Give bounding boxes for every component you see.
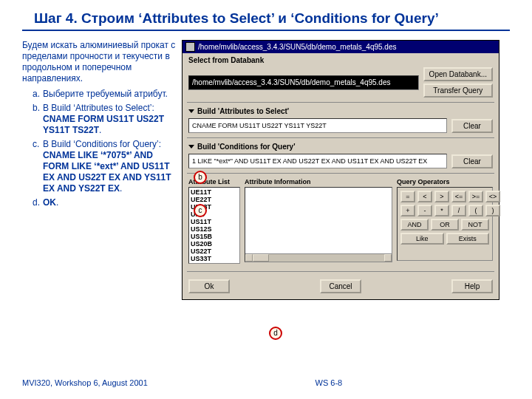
callout-b: b [194,171,207,184]
op-lt-button[interactable]: < [417,191,432,202]
build-attributes-header[interactable]: Build 'Attributes to Select' [183,106,499,117]
op-exists-button[interactable]: Exists [446,233,490,245]
window-title-text: /home/mvlib/access_3.4.3/SUN5/db/demo_me… [198,43,396,51]
step-c: c. В Build ‘Conditions for Query’: CNAME… [33,139,177,194]
op-lparen-button[interactable]: ( [468,205,483,216]
step-letter: a. [33,89,40,100]
databank-row: /home/mvlib/access_3.4.3/SUN5/db/demo_me… [183,66,499,99]
clear-attributes-button[interactable]: Clear [451,119,493,133]
open-databank-button[interactable]: Open Databank... [423,67,493,81]
op-and-button[interactable]: AND [400,219,429,231]
scroll-thumb[interactable] [253,254,269,262]
op-lte-button[interactable]: <= [451,191,466,202]
op-eq-button[interactable]: = [400,191,415,202]
build-conditions-label: Build 'Conditions for Query' [197,143,296,151]
callout-c: c [194,204,207,217]
list-item[interactable]: US33T [191,255,238,262]
scroll-right-icon[interactable] [384,254,392,262]
step-letter: c. [33,139,39,150]
conditions-for-query-field[interactable]: 1 LIKE "*ext*" AND US11T EX AND US22T EX… [188,154,447,168]
operators-grid: = < > <= >= <> + - * / ( ) [397,187,493,261]
clear-conditions-button[interactable]: Clear [451,154,493,168]
list-item[interactable]: UE11T [191,188,238,196]
list-item[interactable]: US11T [191,218,238,225]
step-b-lead: В Build ‘Attributes to Select’: [43,103,154,113]
list-item[interactable]: US15B [191,233,238,240]
op-not-button[interactable]: NOT [461,219,489,231]
step-a: a. Выберите требуемый атрибут. [33,89,177,100]
attribute-listbox[interactable]: UE11T UE22T UE33T UNS US11T US12S US15B … [188,187,240,264]
step-c-lead: В Build ‘Conditions for Query’: [43,139,161,149]
step-a-text: Выберите требуемый атрибут. [43,89,168,99]
separator [187,137,494,138]
attribute-info-box[interactable] [245,187,392,262]
body-area: Будем искать алюминиевый прокат с предел… [0,31,532,300]
window-titlebar: /home/mvlib/access_3.4.3/SUN5/db/demo_me… [183,41,499,53]
system-menu-icon[interactable] [185,42,195,52]
separator [187,271,494,272]
op-ne-button[interactable]: <> [485,191,500,202]
app-window: /home/mvlib/access_3.4.3/SUN5/db/demo_me… [182,40,499,300]
op-minus-button[interactable]: - [417,205,432,216]
chevron-down-icon [188,109,194,113]
query-operators-panel: Query Operators = < > <= >= <> + - * / [397,178,493,264]
step-b-bold: CNAME FORM US11T US22T YS11T TS22T [43,114,164,135]
op-plus-button[interactable]: + [400,205,415,216]
scroll-left-icon[interactable] [245,254,253,262]
attribute-area: Attribute List UE11T UE22T UE33T UNS US1… [183,177,499,268]
op-or-button[interactable]: OR [431,219,459,231]
op-div-button[interactable]: / [451,205,466,216]
transfer-query-button[interactable]: Transfer Query [423,83,493,98]
op-gt-button[interactable]: > [434,191,449,202]
horizontal-scrollbar[interactable] [245,253,392,262]
select-from-databank-header: Select from Databank [183,53,499,66]
step-c-bold: CNAME LIKE ‘*7075*’ AND FORM LIKE ‘*ext*… [43,150,171,194]
op-rparen-button[interactable]: ) [485,205,500,216]
query-operators-label: Query Operators [397,178,493,185]
list-item[interactable]: US20B [191,240,238,248]
op-gte-button[interactable]: >= [468,191,483,202]
separator [187,173,494,174]
slide-footer: MVI320, Workshop 6, August 2001 WS 6-8 [22,378,510,387]
op-like-button[interactable]: Like [400,233,444,245]
attributes-to-select-field[interactable]: CNAME FORM US11T US22T YS11T YS22T [188,118,447,133]
instructions-column: Будем искать алюминиевый прокат с предел… [22,40,177,300]
ok-button[interactable]: Ok [188,279,230,293]
footer-left: MVI320, Workshop 6, August 2001 [22,378,148,387]
step-b: b. В Build ‘Attributes to Select’: CNAME… [33,103,177,136]
cancel-button[interactable]: Cancel [320,279,361,293]
build-conditions-header[interactable]: Build 'Conditions for Query' [183,141,499,152]
op-mult-button[interactable]: * [434,205,449,216]
callout-d: d [269,327,282,340]
help-button[interactable]: Help [451,279,493,293]
step-d: d. OK. [33,197,177,208]
attribute-list-panel: Attribute List UE11T UE22T UE33T UNS US1… [188,178,240,264]
intro-text: Будем искать алюминиевый прокат с предел… [22,40,177,84]
list-item[interactable]: US22T [191,248,238,255]
slide-title: Шаг 4. Строим ‘Attributes to Select’ и ‘… [0,0,532,30]
attributes-field-row: CNAME FORM US11T US22T YS11T YS22T Clear [183,117,499,134]
dialog-button-row: Ok Cancel Help [183,275,499,299]
chevron-down-icon [188,145,194,149]
step-d-bold: OK [43,197,56,208]
attribute-info-label: Attribute Information [245,178,392,185]
build-attributes-label: Build 'Attributes to Select' [197,107,289,115]
list-item[interactable]: US12S [191,225,238,233]
databank-path-field[interactable]: /home/mvlib/access_3.4.3/SUN5/db/demo_me… [188,75,419,90]
separator [187,102,494,103]
steps-list: a. Выберите требуемый атрибут. b. В Buil… [22,89,177,208]
step-letter: b. [33,103,40,114]
attribute-info-panel: Attribute Information [245,178,392,264]
conditions-field-row: 1 LIKE "*ext*" AND US11T EX AND US22T EX… [183,152,499,170]
list-item[interactable]: UE22T [191,196,238,203]
step-letter: d. [33,197,40,208]
